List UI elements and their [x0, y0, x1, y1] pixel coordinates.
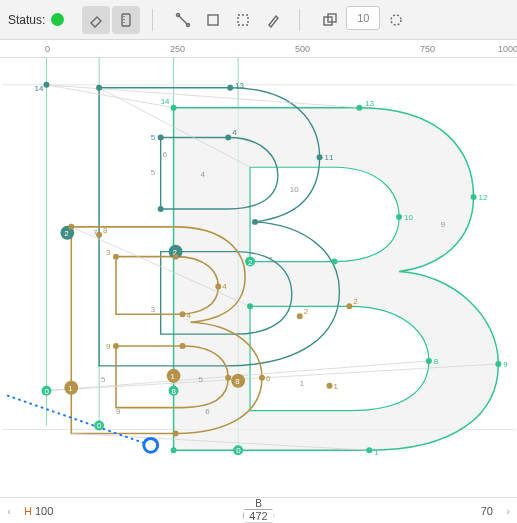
svg-point-75	[180, 311, 186, 317]
selection-tool-button[interactable]	[229, 6, 257, 34]
brush-tool-button[interactable]	[259, 6, 287, 34]
svg-point-7	[391, 15, 401, 25]
svg-text:9: 9	[106, 342, 111, 351]
svg-point-26	[495, 361, 501, 367]
svg-point-22	[356, 105, 362, 111]
svg-text:8: 8	[103, 226, 108, 235]
eraser-tool-button[interactable]	[82, 6, 110, 34]
svg-point-60	[225, 134, 231, 140]
svg-text:1: 1	[333, 382, 338, 391]
svg-point-58	[158, 134, 164, 140]
eraser-icon	[88, 12, 104, 28]
toolbar-divider	[299, 9, 300, 31]
ruler-tick: 0	[45, 44, 50, 54]
svg-text:1: 1	[171, 372, 176, 381]
svg-point-20	[171, 105, 177, 111]
svg-point-37	[426, 358, 432, 364]
svg-point-84	[113, 343, 119, 349]
svg-point-51	[96, 85, 102, 91]
svg-point-41	[331, 259, 337, 265]
dashed-rect-icon	[235, 12, 251, 28]
svg-text:9: 9	[116, 407, 121, 416]
svg-text:9: 9	[441, 220, 446, 229]
svg-point-19	[144, 438, 158, 452]
svg-point-57	[158, 206, 164, 212]
glyph-artboard[interactable]: 14 13 12 9 1 0 0 0 8 10 2 8	[0, 58, 517, 495]
svg-point-44	[247, 303, 253, 309]
svg-point-80	[346, 303, 352, 309]
svg-text:5: 5	[151, 133, 156, 142]
svg-text:9: 9	[503, 360, 508, 369]
svg-text:12: 12	[478, 193, 487, 202]
grid-step-input[interactable]	[346, 6, 380, 30]
ruler-tick: 500	[295, 44, 310, 54]
h-value: 100	[35, 505, 53, 517]
svg-text:3: 3	[106, 248, 111, 257]
status-label: Status:	[8, 13, 45, 27]
svg-text:10: 10	[404, 213, 413, 222]
svg-point-24	[471, 194, 477, 200]
ruler-horizontal: 0 250 500 750 1000	[0, 40, 517, 58]
svg-point-39	[396, 214, 402, 220]
svg-text:4: 4	[186, 311, 191, 320]
rsb-metric[interactable]: 70	[481, 505, 493, 517]
next-glyph-button[interactable]: ›	[499, 505, 517, 517]
glyph-canvas[interactable]: 14 13 12 9 1 0 0 0 8 10 2 8	[0, 58, 517, 495]
pen-tool-button[interactable]	[169, 6, 197, 34]
svg-text:4: 4	[232, 128, 237, 137]
canvas-area[interactable]: 0 250 500 750 1000	[0, 40, 517, 495]
lsb-metric[interactable]: H 100	[24, 505, 53, 517]
ruler-tick: 250	[170, 44, 185, 54]
svg-text:7: 7	[268, 255, 273, 264]
rsb-value: 70	[481, 505, 493, 517]
advance-width-input[interactable]: 472	[242, 509, 274, 523]
svg-point-70	[113, 254, 119, 260]
layers-tool-button[interactable]	[316, 6, 344, 34]
svg-text:6: 6	[266, 374, 271, 383]
svg-text:6: 6	[163, 150, 168, 159]
svg-text:8: 8	[235, 377, 240, 386]
svg-point-30	[171, 447, 177, 453]
ring-tool-button[interactable]	[382, 6, 410, 34]
svg-point-77	[225, 375, 231, 381]
main-toolbar: Status:	[0, 0, 517, 40]
svg-point-88	[173, 430, 179, 436]
svg-text:1: 1	[300, 379, 305, 388]
ring-icon	[388, 12, 404, 28]
glyph-name: B	[242, 499, 274, 509]
svg-point-82	[297, 313, 303, 319]
svg-text:0: 0	[236, 446, 241, 455]
svg-text:11: 11	[325, 153, 334, 162]
svg-text:0: 0	[97, 421, 102, 430]
status-dot-icon	[51, 13, 64, 26]
layers-icon	[322, 12, 338, 28]
svg-text:13: 13	[365, 99, 374, 108]
svg-point-86	[180, 343, 186, 349]
svg-rect-4	[238, 15, 248, 25]
ruler-tick: 750	[420, 44, 435, 54]
svg-text:5: 5	[101, 375, 106, 384]
svg-text:10: 10	[290, 185, 299, 194]
svg-text:2: 2	[304, 307, 309, 316]
active-selection-handle[interactable]	[8, 396, 158, 453]
brush-icon	[265, 12, 281, 28]
svg-point-56	[252, 219, 258, 225]
status-bar: ‹ H 100 B 472 70 ›	[0, 497, 517, 523]
prev-glyph-button[interactable]: ‹	[0, 505, 18, 517]
svg-text:13: 13	[235, 81, 244, 90]
svg-text:2: 2	[248, 258, 253, 267]
rectangle-tool-button[interactable]	[199, 6, 227, 34]
svg-text:7: 7	[93, 228, 98, 237]
svg-point-54	[317, 154, 323, 160]
svg-rect-3	[208, 15, 218, 25]
svg-point-28	[366, 447, 372, 453]
svg-text:8: 8	[172, 387, 177, 396]
svg-text:14: 14	[161, 97, 170, 106]
svg-text:1: 1	[68, 384, 73, 393]
svg-text:0: 0	[44, 387, 49, 396]
ruler-tool-button[interactable]	[112, 6, 140, 34]
svg-point-72	[173, 254, 179, 260]
rectangle-icon	[205, 12, 221, 28]
svg-text:4: 4	[222, 282, 227, 291]
svg-text:14: 14	[35, 84, 44, 93]
